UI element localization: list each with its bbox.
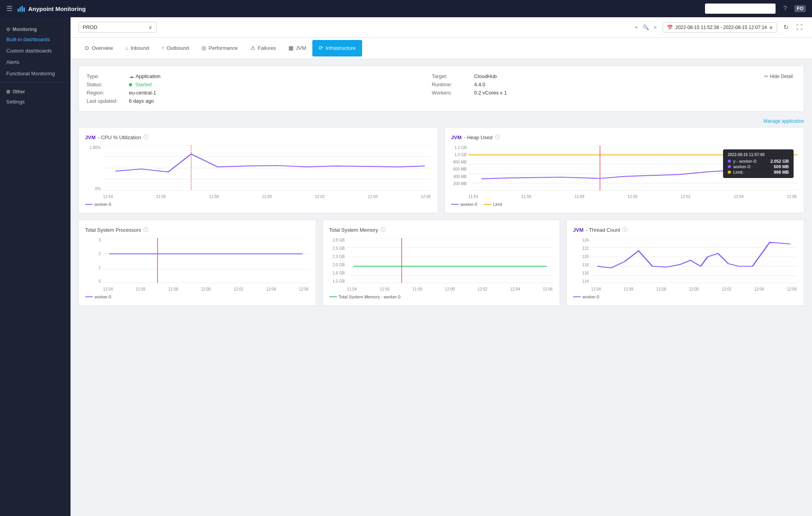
monitoring-icon: ⊙ (6, 27, 10, 32)
processors-info-icon[interactable]: ⓘ (143, 226, 149, 233)
processors-x-axis: 11:5411:5611:5812:0012:0212:0412:06 (102, 287, 310, 291)
cpu-title-jvm: JVM (85, 134, 96, 140)
tab-infrastructure-label: Infrastructure (326, 45, 356, 51)
main-content: PROD ∨ < 🔍 > 📅 2022-08-15 11:52:38 - 202… (71, 17, 812, 516)
tab-jvm-label: JVM (296, 45, 306, 51)
svg-rect-0 (18, 9, 19, 12)
help-icon[interactable]: ? (780, 5, 790, 12)
time-nav: < 🔍 > (633, 24, 658, 31)
runtime-label: Runtime: (432, 82, 471, 87)
time-range-chevron: ∨ (769, 25, 773, 30)
cpu-legend-worker: worker-0 (85, 202, 111, 207)
time-back-button[interactable]: < (633, 24, 640, 31)
tab-performance[interactable]: ◎ Performance (195, 38, 244, 59)
user-avatar[interactable]: FO (794, 5, 806, 12)
processors-title: Total System Processors (85, 227, 141, 233)
tab-failures[interactable]: ⚠ Failures (244, 38, 282, 59)
cpu-info-icon[interactable]: ⓘ (143, 134, 149, 141)
inbound-tab-icon: ↓ (125, 45, 128, 51)
processors-chart-svg (102, 238, 310, 285)
logo-icon (17, 5, 25, 13)
tab-outbound[interactable]: ↑ Outbound (155, 38, 195, 59)
detail-panel: Type: ☁ Application Status: Started (78, 65, 804, 112)
last-updated-label: Last updated: (87, 98, 126, 104)
heap-legend-worker: worker-0 (451, 202, 477, 207)
memory-chart-title: Total System Memory ⓘ (329, 226, 554, 233)
calendar-icon: 📅 (667, 25, 673, 30)
region-value: eu-central-1 (129, 90, 156, 96)
cpu-legend-worker-label: worker-0 (94, 202, 111, 207)
type-value: ☁ Application (129, 73, 161, 79)
menu-icon[interactable]: ☰ (6, 4, 13, 13)
monitoring-label: Monitoring (13, 27, 37, 32)
sidebar-item-built-in-label: Built-in dashboards (6, 36, 50, 42)
topbar: ☰ Anypoint Monitoring ? FO (0, 0, 812, 17)
tab-inbound[interactable]: ↓ Inbound (119, 38, 155, 59)
memory-legend-line (329, 296, 337, 297)
svg-rect-1 (20, 7, 21, 12)
cpu-chart-wrapper: 1.00% 0% (85, 145, 431, 199)
refresh-icon[interactable]: ↻ (782, 22, 790, 33)
region-label: Region: (87, 90, 126, 96)
tab-overview[interactable]: ⊙ Overview (78, 38, 119, 59)
status-label: Status: (87, 82, 126, 87)
sidebar-item-alerts-label: Alerts (6, 59, 19, 65)
cpu-x-axis: 11:5411:5611:5812:0012:0212:0412:06 (102, 194, 431, 199)
target-value: CloudHub (474, 73, 497, 79)
tab-failures-label: Failures (258, 45, 276, 51)
env-value: PROD (83, 24, 98, 30)
hide-detail-label: Hide Detail (770, 74, 793, 79)
hide-detail-button[interactable]: ✂ Hide Detail (761, 72, 796, 81)
performance-tab-icon: ◎ (201, 45, 206, 51)
fullscreen-icon[interactable]: ⛶ (795, 22, 804, 33)
env-selector[interactable]: PROD ∨ (78, 22, 157, 33)
tab-performance-label: Performance (208, 45, 237, 51)
processors-chart-inner: 11:5411:5611:5812:0012:0212:0412:06 (102, 238, 310, 291)
app-title: Anypoint Monitoring (28, 5, 86, 12)
thread-chart-title: JVM - Thread Count ⓘ (573, 226, 798, 233)
processors-legend-line (85, 296, 93, 297)
detail-target-row: Target: CloudHub (432, 72, 761, 80)
memory-info-icon[interactable]: ⓘ (381, 226, 386, 233)
cpu-y-axis: 1.00% 0% (85, 145, 101, 199)
app-logo: Anypoint Monitoring (17, 5, 86, 13)
other-icon: ⊞ (6, 89, 10, 94)
memory-x-axis: 11:5411:5611:5812:0012:0212:0412:06 (346, 287, 554, 291)
detail-type-row: Type: ☁ Application (87, 72, 416, 80)
thread-x-axis: 11:5411:5611:5812:0012:0212:0412:06 (590, 287, 798, 291)
sidebar-item-settings[interactable]: Settings (0, 96, 71, 107)
processors-chart-wrapper: 3 2 1 0 (85, 238, 310, 291)
heap-legend-worker-label: worker-0 (460, 202, 477, 207)
time-range-selector[interactable]: 📅 2022-08-15 11:52:38 - 2022-08-15 12:07… (663, 22, 777, 33)
sidebar-item-custom[interactable]: Custom dashboards (0, 45, 71, 56)
heap-y-axis: 1.2 GB 1.0 GB 800 MB 600 MB 400 MB 200 M… (451, 145, 467, 194)
sidebar-item-functional[interactable]: Functional Monitoring (0, 68, 71, 79)
time-range-value: 2022-08-15 11:52:38 - 2022-08-15 12:07:1… (675, 25, 767, 30)
zoom-icon[interactable]: 🔍 (641, 24, 651, 31)
thread-info-icon[interactable]: ⓘ (622, 226, 627, 233)
memory-chart-card: Total System Memory ⓘ 2.8 GB 2.5 GB 2.3 … (323, 220, 560, 306)
other-label: Other (13, 89, 25, 94)
heap-chart-inner: 2022-08-15 11:57:00 y - worker-0: 2.052 … (468, 145, 798, 194)
heap-info-icon[interactable]: ⓘ (495, 134, 500, 141)
target-label: Target: (432, 73, 471, 79)
detail-region-row: Region: eu-central-1 (87, 89, 416, 97)
status-indicator (129, 83, 132, 86)
manage-app-link[interactable]: Manage application (763, 118, 804, 124)
memory-chart-wrapper: 2.8 GB 2.5 GB 2.3 GB 2.0 GB 1.8 GB 1.5 G… (329, 238, 554, 291)
tab-infrastructure[interactable]: ⟳ Infrastructure (312, 40, 362, 56)
search-input[interactable] (705, 4, 776, 14)
monitoring-section-title: ⊙ Monitoring (0, 24, 71, 34)
overview-tab-icon: ⊙ (85, 45, 89, 51)
heap-legend-line-yellow (484, 204, 491, 205)
svg-rect-3 (24, 7, 25, 12)
tab-jvm[interactable]: ▦ JVM (282, 38, 312, 59)
time-forward-button[interactable]: > (652, 24, 658, 31)
sidebar-item-built-in[interactable]: Built-in dashboards (0, 34, 71, 45)
header-right: < 🔍 > 📅 2022-08-15 11:52:38 - 2022-08-15… (633, 22, 804, 33)
thread-legend-worker: worker-0 (573, 294, 599, 299)
thread-legend-label: worker-0 (582, 294, 599, 299)
hide-detail-icon: ✂ (764, 74, 768, 79)
sidebar-item-alerts[interactable]: Alerts (0, 56, 71, 68)
memory-legend: Total System Memory - worker-0 (329, 294, 554, 299)
